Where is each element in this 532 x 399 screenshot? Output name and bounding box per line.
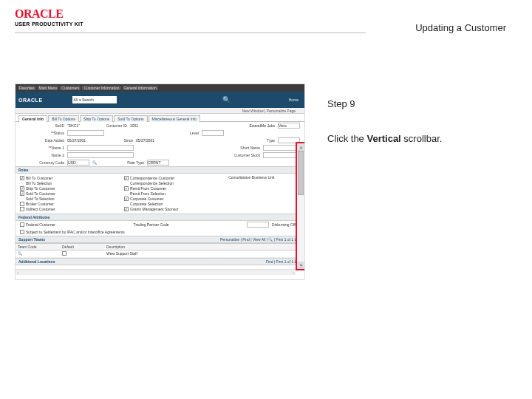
crumb-customer-info[interactable]: Customer Information (82, 86, 120, 90)
level-field[interactable] (202, 130, 224, 136)
stock-field[interactable] (263, 152, 300, 158)
name1-field[interactable] (67, 145, 134, 151)
setid-label: SetID (20, 123, 64, 128)
header-id-row: SetID "SHC1" Customer ID 1001 ExtendMe J… (16, 122, 304, 129)
rate-label: Rate Type (100, 160, 144, 165)
name1-label: *Name 1 (20, 146, 64, 150)
lbl-remit-sel: Remit From Selection (130, 191, 166, 196)
tab-misc[interactable]: Miscellaneous General Info (149, 115, 201, 122)
section-federal: Federal Attributes (16, 214, 304, 221)
chk-remit[interactable] (124, 186, 129, 191)
support-toolbar[interactable]: Personalize | Find | View All | 🔍 | Firs… (220, 237, 301, 242)
level-label: Level (154, 131, 199, 135)
col-desc: Description (104, 244, 304, 250)
crumb-main-menu[interactable]: Main Menu (38, 86, 59, 90)
rate-field[interactable]: CRRNT (147, 160, 169, 166)
lookup-icon[interactable]: 🔍 (92, 160, 97, 165)
oracle-brand: ORACLE (18, 98, 43, 103)
chk-corr[interactable] (124, 176, 129, 180)
crumb-general-info[interactable]: General Information (123, 86, 158, 90)
status-label: *Status (20, 131, 64, 135)
altname-field[interactable] (263, 145, 300, 151)
lbl-sold-sel: Sold To Selection (26, 197, 55, 201)
app-screenshot: Favorites Main Menu Customers Customer I… (15, 83, 305, 280)
lbl-corp-sel: Corporate Selection (130, 202, 163, 206)
name2-field[interactable] (67, 152, 134, 158)
chk-ship-to[interactable] (20, 186, 24, 191)
section-addl: Additional Locations Find | First 1 of 1… (16, 258, 304, 265)
lbl-bill-to: Bill To Customer (26, 176, 52, 180)
header-divider (15, 33, 366, 33)
type-field[interactable] (278, 137, 300, 143)
page-title: Updating a Customer (415, 22, 506, 33)
addl-title: Additional Locations (18, 259, 55, 264)
scroll-down-arrow[interactable]: ▾ (297, 262, 304, 269)
default-checkbox[interactable] (62, 251, 66, 256)
consolidation-label: Consolidation Business Unit (228, 175, 274, 180)
oracle-brand-bar: ORACLE All ▾ Search 🔍 Home (16, 92, 304, 108)
lbl-sold-to: Sold To Customer (26, 191, 55, 196)
lbl-indirect: Indirect Customer (26, 207, 55, 211)
lbl-ipac: Subject to Settlement by IPAC and/or Int… (26, 230, 125, 234)
desc-value: West Support Staff (104, 250, 304, 257)
lbl-corr-sel: Correspondence Selection (130, 181, 174, 185)
section-support: Support Teams Personalize | Find | View … (16, 236, 304, 243)
scroll-up-arrow[interactable]: ▴ (297, 143, 304, 151)
vertical-scrollbar[interactable]: ▴ ▾ (297, 143, 304, 269)
type-label: Type (231, 138, 275, 143)
trading-label: Trading Partner Code (58, 222, 244, 227)
roles-grid: Bill To Customer Bill To Selection Ship … (16, 174, 304, 214)
page-actions[interactable]: New Window | Personalize Page (16, 108, 304, 114)
addl-toolbar[interactable]: Find | First 1 of 1 Last (266, 259, 301, 264)
support-title: Support Teams (18, 237, 45, 242)
lbl-corp: Corporate Customer (130, 197, 163, 201)
tab-sold-to[interactable]: Sold To Options (114, 115, 147, 122)
extendme-select[interactable]: View (278, 123, 300, 129)
setid-value: "SHC1" (67, 123, 80, 128)
table-row: 🔍 West Support Staff (16, 250, 304, 258)
chk-ipac[interactable] (20, 230, 24, 234)
scroll-track[interactable] (297, 151, 304, 262)
status-field[interactable] (67, 130, 104, 136)
chk-indirect[interactable] (20, 207, 24, 211)
chk-sold-to[interactable] (20, 191, 24, 196)
browser-breadcrumb: Favorites Main Menu Customers Customer I… (16, 84, 304, 92)
currency-field[interactable]: USD (67, 160, 89, 166)
tab-ship-to[interactable]: Ship To Options (80, 115, 113, 122)
oracle-logo: ORACLE (15, 7, 517, 21)
chk-federal[interactable] (20, 222, 24, 227)
lbl-ship-to: Ship To Customer (26, 186, 55, 191)
altname-label: Short Name (216, 146, 260, 150)
lbl-remit: Remit From Customer (130, 186, 166, 191)
tab-bill-to[interactable]: Bill To Options (48, 115, 79, 122)
global-search[interactable]: All ▾ Search (72, 96, 117, 103)
chk-broker[interactable] (20, 202, 24, 206)
step-number: Step 9 (327, 98, 497, 109)
chk-grants[interactable] (124, 207, 129, 211)
name2-label: Name 2 (20, 153, 64, 157)
chk-bill-to[interactable] (20, 176, 24, 180)
scroll-thumb[interactable] (298, 151, 304, 195)
home-link[interactable]: Home (289, 98, 299, 102)
instruction-text: Click the Vertical scrollbar. (327, 133, 497, 146)
lbl-grants: Grants Management Sponsor (130, 207, 179, 211)
crumb-customers[interactable]: Customers (60, 86, 81, 90)
tab-general-info[interactable]: General Info (18, 115, 47, 122)
disbursing-label: Disbursing Office (272, 222, 300, 227)
lbl-broker: Broker Customer (26, 202, 54, 206)
lbl-federal: Federal Customer (26, 222, 55, 227)
crumb-favorites[interactable]: Favorites (18, 86, 36, 90)
extendme-label: ExtendMe Jobs (250, 123, 275, 128)
chk-corp[interactable] (124, 197, 129, 201)
horizontal-scrollbar[interactable]: ‹› (16, 269, 296, 275)
lbl-bill-sel: Bill To Selection (26, 181, 52, 185)
date-added-value: 05/27/2001 (67, 138, 86, 143)
since-label: Since (89, 138, 133, 143)
lbl-corr: Correspondence Customer (130, 176, 174, 180)
content-pane: General Info Bill To Options Ship To Opt… (16, 114, 304, 275)
search-icon[interactable]: 🔍 (222, 96, 231, 103)
custid-label: Customer ID (83, 123, 127, 128)
trading-field[interactable] (247, 222, 269, 228)
stock-label: Customer Stock (216, 153, 260, 157)
instr-suffix: scrollbar. (401, 133, 443, 144)
